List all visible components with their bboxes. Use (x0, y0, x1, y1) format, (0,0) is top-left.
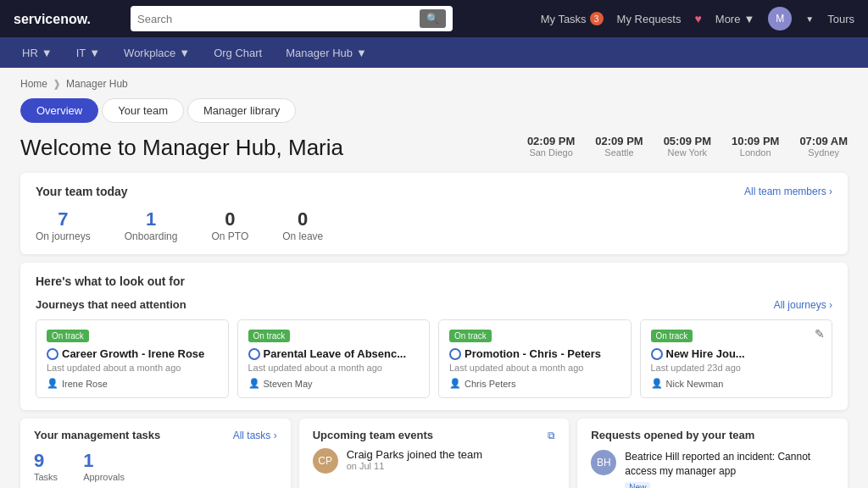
team-today-header: Your team today All team members › (36, 185, 832, 198)
request-avatar: BH (591, 450, 616, 475)
journey-card-2: On track Promotion - Chris - Peters Last… (438, 319, 632, 398)
my-requests-link[interactable]: My Requests (617, 13, 682, 25)
journey-cards-container: On track Career Growth - Irene Rose Last… (36, 319, 832, 398)
subnav-it[interactable]: IT ▼ (68, 43, 108, 63)
subnav-it-label: IT (76, 47, 86, 59)
stat-pto-num: 0 (211, 208, 248, 230)
stat-leave: 0 On leave (282, 208, 323, 242)
subnav-hr-label: HR (22, 47, 38, 59)
subnav-managerhub[interactable]: Manager Hub ▼ (277, 43, 376, 63)
events-header: Upcoming team events ⧉ (313, 429, 556, 441)
journey-name-1: Parental Leave of Absenc... (248, 347, 420, 360)
compass-icon-2 (449, 348, 461, 360)
clock-london-time: 10:09 PM (732, 135, 779, 147)
svg-text:servicenow.: servicenow. (14, 12, 91, 26)
more-chevron-icon: ▼ (743, 13, 754, 25)
subnav-hr[interactable]: HR ▼ (14, 43, 61, 63)
tab-your-team[interactable]: Your team (102, 98, 184, 123)
all-journeys-link[interactable]: All journeys › (774, 299, 832, 311)
stat-onboarding-label: Onboarding (125, 230, 178, 242)
tab-overview-label: Overview (36, 104, 82, 117)
events-external-link-icon[interactable]: ⧉ (548, 430, 555, 441)
tab-manager-library[interactable]: Manager library (187, 98, 296, 123)
main-content: Home ❱ Manager Hub Overview Your team Ma… (0, 68, 868, 488)
event-item: CP Craig Parks joined the team on Jul 11 (313, 448, 556, 474)
my-tasks-label: My Tasks (541, 13, 587, 25)
clock-seattle-time: 02:09 PM (595, 135, 643, 147)
events-title: Upcoming team events (313, 429, 433, 441)
mgmt-tasks-header: Your management tasks All tasks › (34, 429, 277, 441)
edit-icon[interactable]: ✎ (815, 327, 825, 341)
more-link[interactable]: More ▼ (715, 13, 755, 25)
avatar-initials: M (776, 13, 784, 25)
journey-badge-1: On track (248, 330, 291, 342)
subnav-managerhub-label: Manager Hub (286, 47, 353, 59)
journeys-header: Journeys that need attention All journey… (36, 298, 832, 311)
search-box[interactable]: 🔍 (131, 6, 453, 31)
mgmt-tasks-title: Your management tasks (34, 429, 160, 441)
clock-newyork-city: New York (664, 147, 711, 158)
clock-sandiego: 02:09 PM San Diego (527, 135, 575, 158)
stat-pto: 0 On PTO (211, 208, 248, 242)
favorites-icon[interactable]: ♥ (694, 12, 701, 25)
stat-onboarding: 1 Onboarding (125, 208, 178, 242)
subnav-managerhub-chevron: ▼ (356, 47, 367, 59)
requests-title: Requests opened by your team (591, 429, 754, 441)
all-team-members-link[interactable]: All team members › (744, 186, 832, 197)
upcoming-events-card: Upcoming team events ⧉ CP Craig Parks jo… (299, 419, 570, 488)
journey-name-2: Promotion - Chris - Peters (449, 347, 620, 360)
event-name: Craig Parks joined the team (347, 448, 482, 461)
top-nav-right: My Tasks 3 My Requests ♥ More ▼ M ▼ Tour… (541, 7, 854, 30)
stat-journeys-num: 7 (36, 208, 91, 230)
clock-sandiego-city: San Diego (527, 147, 575, 158)
breadcrumb-home[interactable]: Home (20, 78, 47, 90)
all-tasks-link[interactable]: All tasks › (233, 430, 277, 441)
subnav-hr-chevron: ▼ (42, 47, 53, 59)
journey-badge-0: On track (47, 330, 89, 342)
clock-sydney: 07:09 AM Sydney (799, 135, 848, 158)
journey-updated-0: Last updated about a month ago (47, 363, 218, 373)
breadcrumb-separator: ❱ (53, 78, 61, 90)
event-avatar: CP (313, 448, 338, 474)
mgmt-tasks-num: 9 (34, 450, 58, 472)
search-input[interactable] (137, 13, 420, 25)
team-today-card: Your team today All team members › 7 On … (20, 173, 848, 254)
request-avatar-initials: BH (597, 457, 611, 469)
mgmt-approvals-label: Approvals (83, 472, 125, 482)
journey-name-0: Career Growth - Irene Rose (47, 347, 218, 360)
clock-seattle: 02:09 PM Seattle (595, 135, 643, 158)
subnav-it-chevron: ▼ (89, 47, 100, 59)
journey-person-0: 👤 Irene Rose (47, 378, 218, 389)
subnav-workplace-label: Workplace (124, 47, 175, 59)
journey-name-3: New Hire Jou... (651, 347, 822, 360)
mgmt-tasks-card: Your management tasks All tasks › 9 Task… (20, 419, 291, 488)
request-details: Beatrice Hill reported an incident: Cann… (625, 450, 834, 488)
event-details: Craig Parks joined the team on Jul 11 (347, 448, 482, 471)
request-item: BH Beatrice Hill reported an incident: C… (591, 450, 834, 488)
tab-overview[interactable]: Overview (20, 98, 98, 123)
clock-sydney-city: Sydney (799, 147, 848, 158)
tasks-badge: 3 (590, 12, 604, 25)
stat-onboarding-num: 1 (125, 208, 178, 230)
breadcrumb-current: Manager Hub (66, 78, 128, 90)
clock-seattle-city: Seattle (595, 147, 643, 158)
stat-leave-label: On leave (282, 230, 323, 242)
my-tasks-link[interactable]: My Tasks 3 (541, 12, 604, 25)
journey-card-3: On track New Hire Jou... Last updated 23… (640, 319, 833, 398)
top-navigation: servicenow. 🔍 My Tasks 3 My Requests ♥ M… (0, 0, 868, 37)
search-button[interactable]: 🔍 (420, 9, 446, 28)
compass-icon-3 (651, 348, 663, 360)
event-date: on Jul 11 (347, 461, 482, 471)
stat-pto-label: On PTO (211, 230, 248, 242)
subnav-workplace[interactable]: Workplace ▼ (115, 43, 198, 63)
requests-card: Requests opened by your team BH Beatrice… (577, 419, 848, 488)
tours-link[interactable]: Tours (827, 13, 854, 25)
journey-person-1: 👤 Steven May (248, 378, 420, 389)
clocks-container: 02:09 PM San Diego 02:09 PM Seattle 05:0… (527, 135, 848, 158)
clock-newyork-time: 05:09 PM (664, 135, 711, 147)
subnav-orgchart[interactable]: Org Chart (205, 43, 270, 63)
clock-london-city: London (732, 147, 779, 158)
lookout-card: Here's what to look out for Journeys tha… (20, 263, 848, 410)
avatar[interactable]: M (768, 7, 792, 30)
person-icon-0: 👤 (47, 378, 58, 389)
